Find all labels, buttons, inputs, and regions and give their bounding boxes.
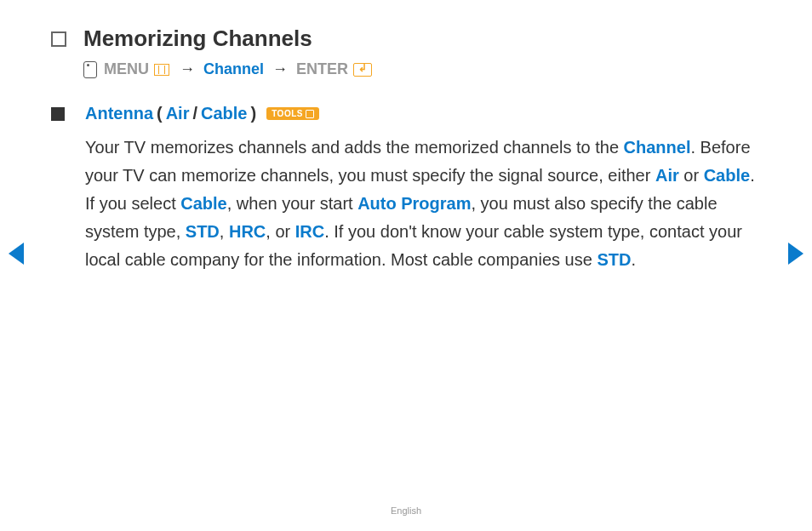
nav-menu-label: MENU	[104, 60, 149, 78]
irc-term: IRC	[295, 222, 324, 241]
autoprogram-term: Auto Program	[357, 194, 471, 213]
arrow-icon: →	[180, 60, 195, 78]
body-text: , when your start	[227, 194, 357, 213]
body-text: or	[679, 166, 704, 185]
body-text: Your TV memorizes channels and adds the …	[85, 138, 624, 157]
nav-channel-link[interactable]: Channel	[203, 60, 264, 78]
remote-icon	[83, 61, 97, 78]
close-paren: )	[251, 104, 257, 123]
breadcrumb: MENU → Channel → ENTER	[83, 60, 761, 78]
item-bullet-icon	[51, 107, 65, 121]
cable-term: Cable	[180, 194, 226, 213]
cable-term: Cable	[704, 166, 750, 185]
air-term: Air	[655, 166, 679, 185]
antenna-label: Antenna	[85, 104, 153, 123]
body-paragraph: Your TV memorizes channels and adds the …	[85, 134, 761, 274]
arrow-icon: →	[272, 60, 288, 78]
hrc-term: HRC	[229, 222, 266, 241]
body-text: ,	[220, 222, 229, 241]
nav-enter-label: ENTER	[296, 60, 348, 78]
option-air: Air	[166, 104, 190, 123]
std-term: STD	[597, 250, 631, 269]
body-text: .	[631, 250, 636, 269]
menu-icon	[154, 64, 169, 76]
footer-language: English	[0, 505, 812, 516]
nav-prev-button[interactable]	[9, 243, 24, 265]
section-heading: Antenna (Air / Cable) TOOLS	[85, 104, 319, 123]
enter-icon	[353, 63, 372, 77]
section-bullet-icon	[51, 31, 66, 47]
tools-badge: TOOLS	[266, 107, 319, 120]
option-cable: Cable	[201, 104, 247, 123]
option-slash: /	[192, 104, 197, 123]
body-text: , or	[266, 222, 294, 241]
open-paren: (	[157, 104, 163, 123]
channel-term: Channel	[624, 138, 691, 157]
page-title: Memorizing Channels	[83, 26, 312, 52]
nav-next-button[interactable]	[788, 243, 803, 265]
std-term: STD	[186, 222, 220, 241]
